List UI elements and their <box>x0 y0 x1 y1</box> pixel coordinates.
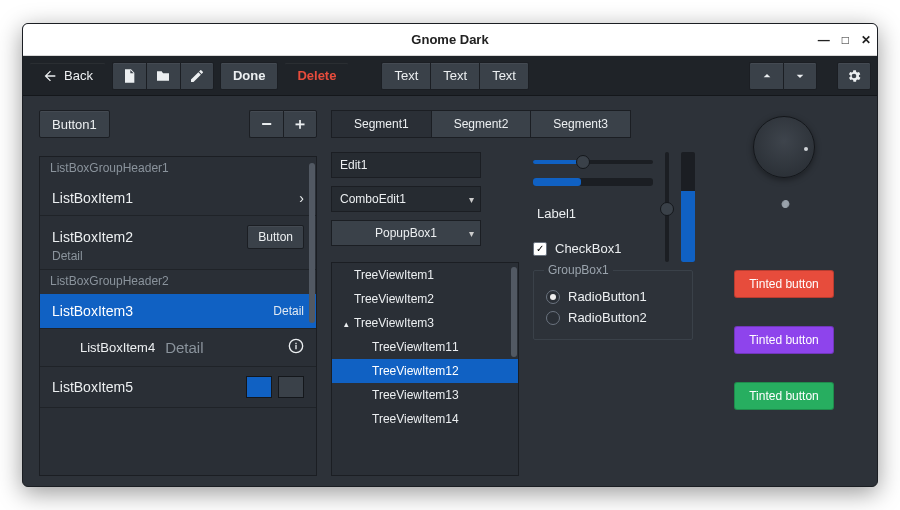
button1[interactable]: Button1 <box>39 110 110 138</box>
listbox-group-header-1: ListBoxGroupHeader1 <box>40 157 316 181</box>
folder-icon <box>155 68 171 84</box>
tree-item-selected[interactable]: TreeViewItem12 <box>332 359 518 383</box>
triangle-down-icon: ▴ <box>344 319 352 329</box>
groupbox: GroupBox1 RadioButton1 RadioButton2 <box>533 270 693 340</box>
popup-value: PopupBox1 <box>375 226 437 240</box>
radio-on-icon <box>546 290 560 304</box>
segment-2[interactable]: Segment2 <box>432 110 532 138</box>
slider-thumb[interactable] <box>660 202 674 216</box>
vertical-slider[interactable] <box>665 152 669 262</box>
listbox-item-detail: Detail <box>52 249 304 263</box>
listbox-item-detail: Detail <box>165 339 203 356</box>
document-button[interactable] <box>112 62 146 90</box>
progress-bar <box>533 178 653 186</box>
scrollbar[interactable] <box>308 157 316 475</box>
tree-item[interactable]: TreeViewItem13 <box>332 383 518 407</box>
segment-1[interactable]: Segment1 <box>331 110 432 138</box>
updown-group <box>749 62 817 90</box>
listbox-item-2-button[interactable]: Button <box>247 225 304 249</box>
slider-thumb[interactable] <box>576 155 590 169</box>
progress-fill <box>533 178 581 186</box>
controls-column: Label1 ✓ CheckBox1 GroupBox1 RadioButton… <box>533 110 693 476</box>
middle-column: Segment1 Segment2 Segment3 Edit1 ComboEd… <box>331 110 519 476</box>
listbox-item-label: ListBoxItem2 <box>52 229 203 245</box>
listbox-item-2[interactable]: ListBoxItem2 Button Detail <box>40 216 316 270</box>
add-button[interactable]: ＋ <box>283 110 317 138</box>
window-controls: — □ ✕ <box>818 24 871 56</box>
vertical-controls <box>665 152 695 262</box>
chevron-right-icon: › <box>299 190 304 206</box>
radio-label: RadioButton1 <box>568 289 647 304</box>
listbox-item-label: ListBoxItem4 <box>80 340 155 355</box>
delete-button[interactable]: Delete <box>284 62 349 90</box>
close-button[interactable]: ✕ <box>861 33 871 47</box>
knob[interactable] <box>753 116 815 178</box>
groupbox-title: GroupBox1 <box>544 263 613 277</box>
gear-icon <box>846 68 862 84</box>
text-button-1[interactable]: Text <box>381 62 430 90</box>
text-button-3[interactable]: Text <box>479 62 529 90</box>
listbox-group-header-2: ListBoxGroupHeader2 <box>40 270 316 294</box>
content: Button1 − ＋ ListBoxGroupHeader1 ListBoxI… <box>23 96 877 486</box>
tinted-button-violet[interactable]: Tinted button <box>734 326 834 354</box>
horizontal-slider[interactable] <box>533 160 653 164</box>
maximize-button[interactable]: □ <box>842 33 849 47</box>
tinted-button-green[interactable]: Tinted button <box>734 382 834 410</box>
edit-button[interactable] <box>180 62 214 90</box>
tree-item-label: TreeViewItem3 <box>354 316 434 330</box>
up-button[interactable] <box>749 62 783 90</box>
titlebar: Gnome Dark — □ ✕ <box>23 24 877 56</box>
radio-label: RadioButton2 <box>568 310 647 325</box>
document-icon <box>121 68 137 84</box>
listbox-item-4[interactable]: ListBoxItem4 Detail <box>40 329 316 367</box>
level-fill <box>681 191 695 263</box>
swatch-2[interactable] <box>278 376 304 398</box>
folder-button[interactable] <box>146 62 180 90</box>
color-swatches <box>246 376 304 398</box>
swatch-1[interactable] <box>246 376 272 398</box>
toolbar: Back Done Delete Text Text Text <box>23 56 877 96</box>
window: Gnome Dark — □ ✕ Back Done Delete Text <box>22 23 878 487</box>
settings-button[interactable] <box>837 62 871 90</box>
tree-item[interactable]: TreeViewItem1 <box>332 263 518 287</box>
tree-item[interactable]: TreeViewItem11 <box>332 335 518 359</box>
radio-2[interactable]: RadioButton2 <box>546 310 680 325</box>
info-icon[interactable] <box>288 338 304 357</box>
listbox-item-3[interactable]: ListBoxItem3 Detail <box>40 294 316 329</box>
knob-indicator-icon <box>804 147 808 151</box>
remove-button[interactable]: − <box>249 110 283 138</box>
checkbox-mark-icon: ✓ <box>533 242 547 256</box>
minimize-button[interactable]: — <box>818 33 830 47</box>
add-remove-group: − ＋ <box>249 110 317 138</box>
tree-item-expandable[interactable]: ▴TreeViewItem3 <box>332 311 518 335</box>
window-title: Gnome Dark <box>411 32 488 47</box>
chevron-up-icon <box>759 68 775 84</box>
scrollbar-thumb[interactable] <box>511 267 517 357</box>
scrollbar-thumb[interactable] <box>309 163 315 323</box>
listbox-item-1[interactable]: ListBoxItem1 › <box>40 181 316 216</box>
done-button[interactable]: Done <box>220 62 279 90</box>
listbox-item-label: ListBoxItem3 <box>52 303 133 319</box>
listbox-item-label: ListBoxItem1 <box>52 190 133 206</box>
radio-1[interactable]: RadioButton1 <box>546 289 680 304</box>
treeview[interactable]: TreeViewItem1 TreeViewItem2 ▴TreeViewIte… <box>331 262 519 476</box>
text-button-group: Text Text Text <box>381 62 529 90</box>
text-button-2[interactable]: Text <box>430 62 479 90</box>
down-button[interactable] <box>783 62 817 90</box>
edit-field[interactable]: Edit1 <box>331 152 481 178</box>
tree-item[interactable]: TreeViewItem2 <box>332 287 518 311</box>
scrollbar[interactable] <box>510 263 518 475</box>
level-bar <box>681 152 695 262</box>
spinner <box>770 196 798 224</box>
popup-field[interactable]: PopupBox1 <box>331 220 481 246</box>
tree-item[interactable]: TreeViewItem14 <box>332 407 518 431</box>
combo-field[interactable]: ComboEdit1 <box>331 186 481 212</box>
left-column: Button1 − ＋ ListBoxGroupHeader1 ListBoxI… <box>39 110 317 476</box>
back-button[interactable]: Back <box>29 62 106 90</box>
file-button-group <box>112 62 214 90</box>
tinted-button-red[interactable]: Tinted button <box>734 270 834 298</box>
listbox-item-detail: Detail <box>273 304 304 318</box>
listbox-item-5[interactable]: ListBoxItem5 <box>40 367 316 408</box>
listbox[interactable]: ListBoxGroupHeader1 ListBoxItem1 › ListB… <box>39 156 317 476</box>
pencil-icon <box>189 68 205 84</box>
